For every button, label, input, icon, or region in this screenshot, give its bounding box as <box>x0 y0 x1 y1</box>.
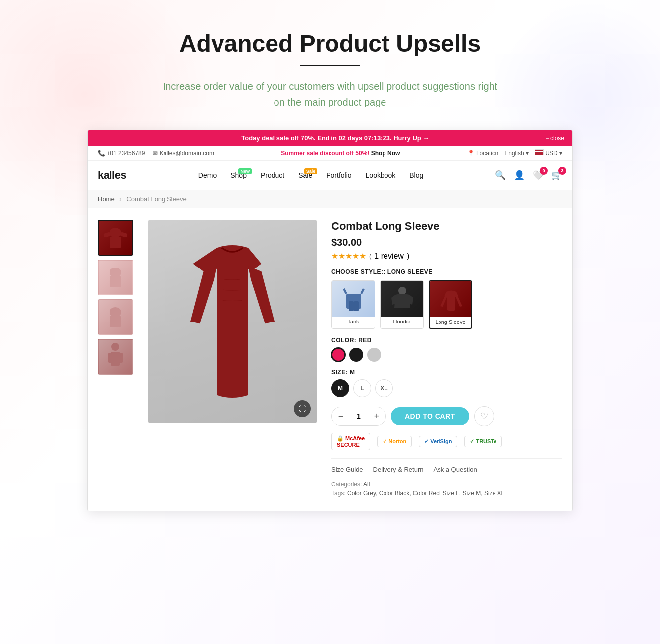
style-option-hoodie[interactable]: Hoodie <box>380 280 424 329</box>
svg-rect-11 <box>119 353 123 363</box>
site-logo[interactable]: kalles <box>98 169 126 182</box>
nav-shop[interactable]: Shop New <box>224 168 253 182</box>
style-tank-img <box>332 281 375 317</box>
page-subtitle: Increase order value of your customers w… <box>157 78 503 110</box>
product-shirt-svg <box>178 237 287 406</box>
shop-now-link[interactable]: Shop Now <box>371 150 400 157</box>
shop-badge: New <box>238 168 252 174</box>
tank-svg <box>339 284 369 314</box>
svg-rect-2 <box>103 232 111 237</box>
color-swatch-gray[interactable] <box>367 348 381 362</box>
svg-rect-7 <box>110 316 121 327</box>
norton-badge: ✓ Norton <box>377 436 412 447</box>
nav-bar: kalles Demo Shop New Product Sale Sale P… <box>88 161 572 190</box>
svg-rect-5 <box>110 276 121 287</box>
nav-blog[interactable]: Blog <box>403 168 429 182</box>
expand-image-button[interactable]: ⛶ <box>294 400 311 417</box>
cart-row: − + ADD TO CART ♡ <box>331 406 562 426</box>
nav-icons: 🔍 👤 🤍 0 🛒 3 <box>495 170 562 181</box>
color-swatch-red[interactable] <box>331 348 345 362</box>
flag-icon <box>535 149 544 155</box>
currency-selector[interactable]: USD ▾ <box>535 149 562 157</box>
size-m[interactable]: M <box>331 379 349 397</box>
search-icon[interactable]: 🔍 <box>495 170 506 181</box>
review-count: ( <box>369 252 371 260</box>
wishlist-button[interactable]: ♡ <box>474 406 494 426</box>
thumbnail-1[interactable] <box>98 220 133 256</box>
announcement-text: Today deal sale off 70%. End in 02 days … <box>125 134 546 142</box>
svg-rect-9 <box>111 352 120 366</box>
svg-line-13 <box>344 289 346 294</box>
tab-delivery-return[interactable]: Delivery & Return <box>373 466 424 475</box>
size-l[interactable]: L <box>353 379 371 397</box>
quantity-increase[interactable]: + <box>368 407 385 425</box>
star-rating: ★★★★★ <box>331 251 366 261</box>
nav-lookbook[interactable]: Lookbook <box>360 168 402 182</box>
account-icon[interactable]: 👤 <box>514 170 525 181</box>
nav-product[interactable]: Product <box>255 168 290 182</box>
tab-ask-question[interactable]: Ask a Question <box>433 466 477 475</box>
color-label: COLOR: RED <box>331 337 562 344</box>
cart-icon[interactable]: 🛒 3 <box>551 170 562 181</box>
thumbnail-2[interactable] <box>98 260 133 295</box>
wishlist-icon[interactable]: 🤍 0 <box>533 170 544 181</box>
announcement-countdown: 02 days 07:13:23 <box>339 134 390 142</box>
thumbnail-4[interactable] <box>98 339 133 375</box>
svg-line-14 <box>361 289 364 294</box>
color-options <box>331 348 562 362</box>
thumbnail-3[interactable] <box>98 299 133 335</box>
style-option-tank[interactable]: Tank <box>331 280 375 329</box>
breadcrumb-current: Combat Long Sleeve <box>126 195 186 203</box>
trust-badges: 🔒 McAfeeSECURE ✓ Norton ✓ VeriSign ✓ TRU… <box>331 433 562 450</box>
style-hoodie-img <box>381 281 424 317</box>
product-price: $30.00 <box>331 237 562 248</box>
breadcrumb-home[interactable]: Home <box>98 195 115 203</box>
add-to-cart-button[interactable]: ADD TO CART <box>391 407 469 425</box>
color-swatch-black[interactable] <box>349 348 363 362</box>
nav-sale[interactable]: Sale Sale <box>292 168 318 182</box>
svg-point-8 <box>111 343 119 351</box>
announcement-suffix: . Hurry Up → <box>390 134 429 142</box>
style-section: CHOOSE STYLE:: LONG SLEEVE <box>331 268 562 329</box>
product-name: Combat Long Sleeve <box>331 220 562 233</box>
tab-size-guide[interactable]: Size Guide <box>331 466 363 475</box>
style-tank-label: Tank <box>332 319 375 324</box>
nav-portfolio[interactable]: Portfolio <box>320 168 357 182</box>
quantity-decrease[interactable]: − <box>332 407 350 425</box>
svg-rect-16 <box>354 301 359 311</box>
email-address: ✉ Kalles@domain.com <box>153 150 214 157</box>
size-label: SIZE: M <box>331 369 562 376</box>
size-options: M L XL <box>331 379 562 397</box>
thumb-shirt-icon-3 <box>101 302 130 332</box>
style-longsleeve-img <box>430 281 472 317</box>
svg-point-4 <box>110 268 121 277</box>
nav-demo[interactable]: Demo <box>192 168 222 182</box>
svg-rect-3 <box>120 232 128 237</box>
phone-number: 📞 +01 23456789 <box>98 150 145 157</box>
product-info: Combat Long Sleeve $30.00 ★★★★★ (1 revie… <box>331 220 562 499</box>
style-label: CHOOSE STYLE:: LONG SLEEVE <box>331 268 562 275</box>
language-selector[interactable]: English ▾ <box>504 150 529 157</box>
quantity-input[interactable] <box>350 412 368 420</box>
verisign-badge: ✓ VeriSign <box>419 436 457 447</box>
reviews-section: ★★★★★ (1 review) <box>331 251 562 261</box>
title-divider <box>300 65 360 66</box>
style-option-longsleeve[interactable]: Long Sleeve <box>429 280 472 329</box>
main-image-bg <box>148 220 317 423</box>
thumb-shirt-icon-2 <box>101 263 130 292</box>
svg-rect-10 <box>108 353 112 363</box>
product-categories: Categories: All <box>331 481 562 488</box>
color-section: COLOR: RED <box>331 337 562 362</box>
announcement-close[interactable]: − close <box>546 135 564 142</box>
main-product-image: ⛶ <box>148 220 317 423</box>
size-xl[interactable]: XL <box>375 379 393 397</box>
svg-point-17 <box>398 287 406 295</box>
truste-badge: ✓ TRUSTe <box>464 436 502 447</box>
product-section: ⛶ Combat Long Sleeve $30.00 ★★★★★ (1 rev… <box>88 208 572 511</box>
breadcrumb: Home › Combat Long Sleeve <box>88 190 572 208</box>
size-section: SIZE: M M L XL <box>331 369 562 397</box>
svg-rect-1 <box>110 237 121 248</box>
breadcrumb-separator: › <box>119 195 121 203</box>
cart-count: 3 <box>558 167 566 175</box>
info-tabs: Size Guide Delivery & Return Ask a Quest… <box>331 458 562 475</box>
